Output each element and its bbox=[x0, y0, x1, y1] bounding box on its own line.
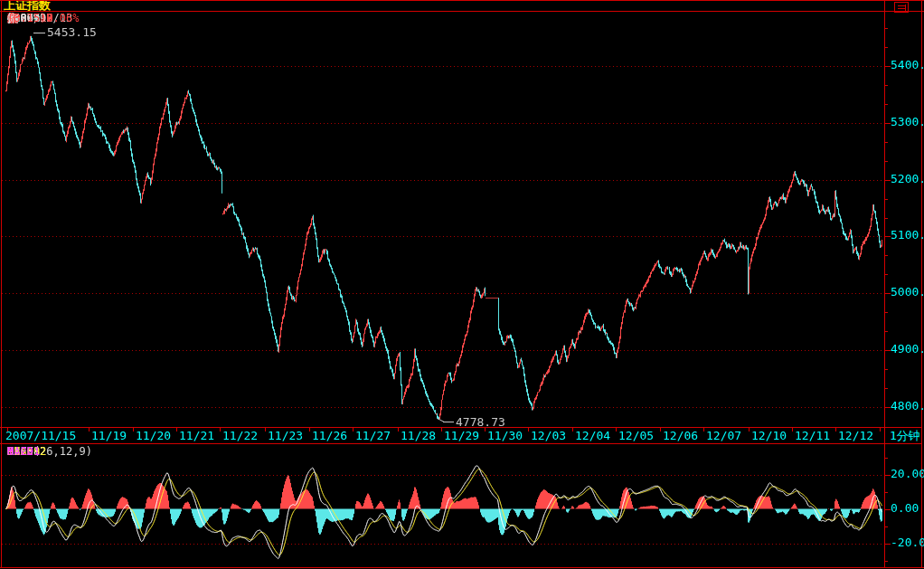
price-axis-minor-tick bbox=[885, 142, 888, 143]
date-axis-tick bbox=[880, 428, 881, 431]
price-axis-minor-tick bbox=[885, 47, 888, 48]
date-axis-tick bbox=[89, 428, 90, 431]
price-axis-label: 5200.0 bbox=[891, 173, 924, 185]
price-axis-label: 5300.0 bbox=[891, 116, 924, 128]
price-axis-label: 4900.0 bbox=[891, 343, 924, 356]
date-axis-label: 12/10 bbox=[751, 430, 787, 442]
price-axis-minor-tick bbox=[885, 255, 888, 256]
frame-date-row-bottom bbox=[0, 443, 922, 444]
price-axis-label: 5000.0 bbox=[891, 286, 924, 299]
date-axis-label: 11/20 bbox=[136, 430, 171, 442]
date-axis-tick bbox=[792, 428, 793, 431]
date-axis-tick bbox=[703, 428, 704, 431]
price-axis-minor-tick bbox=[885, 161, 888, 162]
macd-axis-minor-tick bbox=[885, 458, 888, 459]
annotation-connector bbox=[33, 33, 45, 33]
date-axis-label: 12/04 bbox=[575, 430, 610, 442]
macd-axis-minor-tick bbox=[885, 561, 888, 562]
price-axis-minor-tick bbox=[885, 274, 888, 275]
price-axis-label: 5400.0 bbox=[891, 59, 924, 71]
date-axis-label: 11/29 bbox=[444, 430, 479, 442]
date-axis-tick bbox=[309, 428, 310, 431]
price-axis-minor-tick bbox=[885, 331, 888, 332]
stock-chart-window: 上证指数 1A0001 2007/12/13 开5086.37↑ 高5089.1… bbox=[0, 0, 924, 569]
date-axis-label: 11/30 bbox=[487, 430, 523, 442]
macd-axis-minor-tick bbox=[885, 526, 888, 527]
price-axis-minor-tick bbox=[885, 104, 888, 105]
frame-title-underline bbox=[0, 11, 924, 12]
window-title: 上证指数 bbox=[4, 0, 51, 10]
icon-bar bbox=[898, 5, 905, 6]
date-axis-label: 12/12 bbox=[838, 430, 873, 442]
date-axis-tick bbox=[176, 428, 177, 431]
macd-axis-label: 0.00 bbox=[891, 502, 919, 515]
date-axis-tick bbox=[835, 428, 836, 431]
price-axis-minor-tick bbox=[885, 312, 888, 313]
price-axis-minor-tick bbox=[885, 199, 888, 200]
macd-axis-label: -20.00 bbox=[891, 536, 924, 549]
frame-left bbox=[1, 0, 2, 568]
date-axis-label: 11/19 bbox=[91, 430, 127, 442]
date-axis-tick bbox=[572, 428, 573, 431]
date-axis-tick bbox=[660, 428, 661, 431]
date-axis-label: 12/05 bbox=[618, 430, 654, 442]
annotation-connector bbox=[443, 422, 454, 422]
date-axis-label: 12/11 bbox=[795, 430, 830, 442]
frame-right bbox=[921, 0, 922, 568]
candlestick-chart-canvas[interactable] bbox=[2, 12, 884, 426]
date-axis-tick bbox=[265, 428, 266, 431]
icon-bar bbox=[898, 8, 905, 9]
macd-chart-canvas[interactable] bbox=[2, 444, 884, 567]
icon-bar bbox=[905, 5, 906, 11]
date-axis-tick bbox=[749, 428, 750, 431]
date-axis-label: 2007/11/15 bbox=[5, 430, 76, 442]
price-axis-label: 4800.0 bbox=[891, 400, 924, 413]
price-axis-label: 5100.0 bbox=[891, 229, 924, 242]
up-arrow-icon: ↑ bbox=[7, 446, 14, 458]
frame-bottom bbox=[0, 567, 924, 568]
period-label[interactable]: 1分钟 bbox=[890, 430, 920, 442]
date-axis-tick bbox=[398, 428, 399, 431]
date-axis-tick bbox=[441, 428, 442, 431]
date-axis-label: 12/03 bbox=[531, 430, 566, 442]
date-axis-label: 12/06 bbox=[663, 430, 698, 442]
session-high-annotation: 5453.15 bbox=[47, 26, 97, 38]
date-axis-label: 11/22 bbox=[222, 430, 258, 442]
macd-axis-minor-tick bbox=[885, 492, 888, 493]
price-axis-minor-tick bbox=[885, 28, 888, 29]
date-axis-label: 11/26 bbox=[312, 430, 347, 442]
date-axis-tick bbox=[485, 428, 486, 431]
price-axis-minor-tick bbox=[885, 218, 888, 219]
frame-top bbox=[0, 0, 924, 1]
date-axis-tick bbox=[528, 428, 529, 431]
date-axis-tick bbox=[353, 428, 354, 431]
date-axis-label: 11/27 bbox=[355, 430, 391, 442]
date-axis-tick bbox=[616, 428, 617, 431]
date-axis-label: 11/28 bbox=[401, 430, 436, 442]
date-axis-label: 11/21 bbox=[179, 430, 214, 442]
date-axis-tick bbox=[220, 428, 221, 431]
date-axis-tick bbox=[133, 428, 134, 431]
date-axis-label: 11/23 bbox=[268, 430, 303, 442]
macd-axis-label: 20.00 bbox=[891, 468, 924, 480]
price-axis-minor-tick bbox=[885, 85, 888, 86]
price-axis-minor-tick bbox=[885, 388, 888, 389]
date-axis-label: 12/07 bbox=[706, 430, 741, 442]
price-axis-minor-tick bbox=[885, 369, 888, 370]
frame-date-row-top bbox=[0, 427, 922, 428]
